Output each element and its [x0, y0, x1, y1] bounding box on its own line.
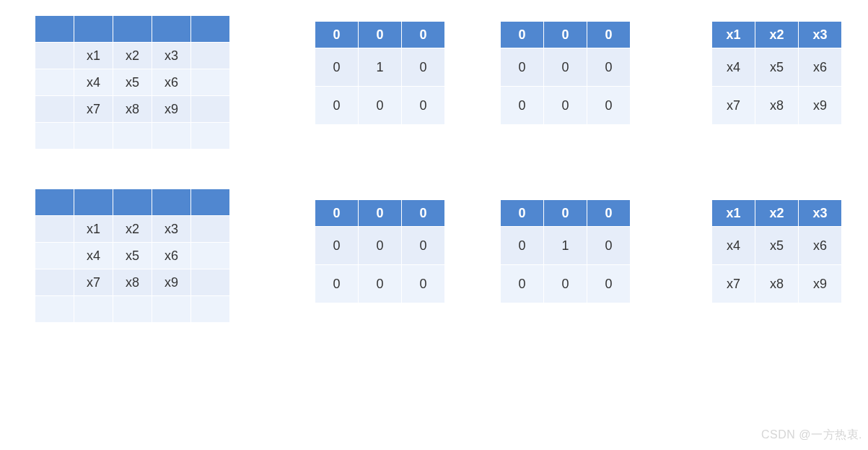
kernel-matrix-2b: 000 010 000: [500, 199, 631, 303]
table-header: x3: [799, 200, 841, 226]
cell: x3: [152, 43, 190, 69]
cell: [191, 123, 229, 149]
cell: 0: [587, 265, 630, 303]
cell: 0: [587, 227, 630, 264]
cell: [35, 269, 74, 295]
cell: x8: [755, 265, 798, 303]
cell: 0: [587, 48, 630, 86]
cell: 0: [359, 87, 401, 124]
cell: x2: [113, 43, 152, 69]
table-header: x1: [712, 22, 755, 48]
table-header: 0: [359, 22, 401, 48]
cell: x3: [152, 216, 190, 242]
cell: [191, 69, 229, 95]
table-header: [191, 189, 229, 215]
cell: x4: [74, 243, 113, 269]
cell: x1: [74, 43, 113, 69]
cell: 0: [544, 48, 587, 86]
cell: x7: [74, 269, 113, 295]
cell: x4: [712, 227, 755, 264]
cell: [191, 243, 229, 269]
cell: 0: [359, 227, 401, 264]
cell: [74, 123, 113, 149]
cell: x7: [712, 87, 755, 124]
cell: 0: [359, 265, 401, 303]
cell: [191, 43, 229, 69]
cell: 1: [544, 227, 587, 264]
cell: [35, 216, 74, 242]
cell: [113, 296, 152, 322]
watermark-text: CSDN @一方热衷.: [761, 428, 862, 443]
table-header: [74, 189, 113, 215]
table-header: 0: [402, 200, 444, 226]
table-header: [35, 16, 74, 42]
table-header: 0: [315, 22, 358, 48]
cell: x6: [152, 243, 190, 269]
cell: x1: [74, 216, 113, 242]
table-header: [152, 16, 190, 42]
table-header: [152, 189, 190, 215]
cell: 0: [501, 265, 543, 303]
cell: [191, 269, 229, 295]
cell: 0: [501, 227, 543, 264]
output-matrix-2: x1x2x3 x4x5x6 x7x8x9: [711, 199, 842, 303]
cell: x9: [152, 269, 190, 295]
table-header: x1: [712, 200, 755, 226]
cell: [35, 123, 74, 149]
table-header: [35, 189, 74, 215]
cell: x8: [113, 96, 152, 122]
kernel-matrix-1a: 000 010 000: [315, 21, 445, 125]
cell: x9: [152, 96, 190, 122]
table-header: 0: [315, 200, 358, 226]
cell: x5: [113, 243, 152, 269]
table-header: [74, 16, 113, 42]
input-matrix-1: x1x2x3 x4x5x6 x7x8x9: [35, 15, 230, 150]
cell: 0: [544, 87, 587, 124]
cell: [35, 96, 74, 122]
cell: x5: [113, 69, 152, 95]
table-header: [113, 16, 152, 42]
cell: 0: [402, 265, 444, 303]
kernel-matrix-1b: 000 000 000: [500, 21, 631, 125]
cell: 0: [402, 48, 444, 86]
cell: x5: [755, 227, 798, 264]
cell: x9: [799, 87, 841, 124]
table-header: 0: [544, 22, 587, 48]
table-header: 0: [402, 22, 444, 48]
cell: 1: [359, 48, 401, 86]
cell: [152, 296, 190, 322]
cell: 0: [315, 87, 358, 124]
cell: 0: [587, 87, 630, 124]
cell: 0: [544, 265, 587, 303]
kernel-matrix-2a: 000 000 000: [315, 199, 445, 303]
cell: x8: [755, 87, 798, 124]
cell: [191, 216, 229, 242]
cell: x7: [712, 265, 755, 303]
cell: [35, 296, 74, 322]
table-header: 0: [587, 200, 630, 226]
cell: x5: [755, 48, 798, 86]
table-header: x3: [799, 22, 841, 48]
cell: x8: [113, 269, 152, 295]
cell: [152, 123, 190, 149]
table-header: x2: [755, 22, 798, 48]
cell: x4: [74, 69, 113, 95]
cell: 0: [315, 48, 358, 86]
table-header: [113, 189, 152, 215]
cell: [35, 243, 74, 269]
cell: x6: [799, 227, 841, 264]
table-header: 0: [501, 200, 543, 226]
table-header: 0: [359, 200, 401, 226]
table-header: 0: [587, 22, 630, 48]
cell: x6: [799, 48, 841, 86]
cell: [113, 123, 152, 149]
cell: x2: [113, 216, 152, 242]
cell: 0: [402, 87, 444, 124]
cell: 0: [315, 265, 358, 303]
table-header: 0: [501, 22, 543, 48]
cell: [35, 69, 74, 95]
cell: 0: [501, 87, 543, 124]
table-header: 0: [544, 200, 587, 226]
cell: x6: [152, 69, 190, 95]
table-header: x2: [755, 200, 798, 226]
